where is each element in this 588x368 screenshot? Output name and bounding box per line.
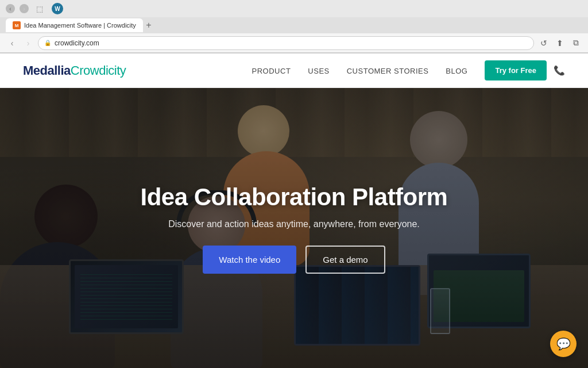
browser-tab-bar: M Idea Management Software | Crowdicity … [0,17,588,33]
back-button[interactable]: ‹ [6,4,15,13]
logo-crowdicity-text: Crowdicity [71,63,126,78]
site-logo[interactable]: Medallia Crowdicity [23,63,126,78]
nav-uses[interactable]: USES [308,67,329,75]
browser-forward-button[interactable]: › [22,37,34,49]
forward-button[interactable]: › [20,4,29,13]
browser-chrome: ‹ › ⬚ W M Idea Management Software | Cro… [0,0,588,53]
new-tab-button[interactable]: + [143,20,154,31]
hero-content: Idea Collaboration Platform Discover and… [129,172,459,285]
browser-titlebar: ‹ › ⬚ W [0,0,588,17]
nav-customer-stories[interactable]: CUSTOMER STORIES [347,67,429,75]
tab-favicon: M [13,21,21,29]
site-navigation: Medallia Crowdicity PRODUCT USES CUSTOME… [0,53,588,88]
browser-tab[interactable]: M Idea Management Software | Crowdicity [6,18,143,32]
tab-title: Idea Management Software | Crowdicity [24,22,136,29]
reload-button[interactable]: ↺ [537,37,550,49]
new-window-button[interactable]: ⧉ [570,37,582,49]
lock-icon: 🔒 [44,40,51,46]
phone-button[interactable]: 📞 [554,65,565,76]
browser-back-button[interactable]: ‹ [6,37,18,49]
browser-toolbar: ‹ › 🔒 crowdicity.com ↺ ⬆ ⧉ [0,33,588,53]
nav-blog[interactable]: BLOG [446,67,467,75]
watch-video-button[interactable]: Watch the video [203,246,296,274]
nav-product[interactable]: PRODUCT [252,67,291,75]
sidebar-toggle[interactable]: ⬚ [33,2,46,15]
hero-title: Idea Collaboration Platform [141,183,448,211]
get-demo-button[interactable]: Get a demo [305,246,385,274]
try-for-free-button[interactable]: Try for Free [485,60,547,80]
chat-bubble[interactable]: 💬 [550,331,577,357]
url-text: crowdicity.com [55,39,99,47]
address-bar[interactable]: 🔒 crowdicity.com [38,36,534,50]
hero-section: Idea Collaboration Platform Discover and… [0,88,588,368]
share-button[interactable]: ⬆ [554,37,566,49]
logo-medallia-text: Medallia [23,63,71,78]
browser-actions: ↺ ⬆ ⧉ [537,37,582,49]
wordpress-icon: W [52,3,63,14]
nav-links: PRODUCT USES CUSTOMER STORIES BLOG [252,66,468,76]
chat-icon: 💬 [556,337,571,351]
hero-buttons: Watch the video Get a demo [141,246,448,274]
hero-subtitle: Discover and action ideas anytime, anywh… [141,219,448,229]
site-wrapper: Medallia Crowdicity PRODUCT USES CUSTOME… [0,53,588,368]
